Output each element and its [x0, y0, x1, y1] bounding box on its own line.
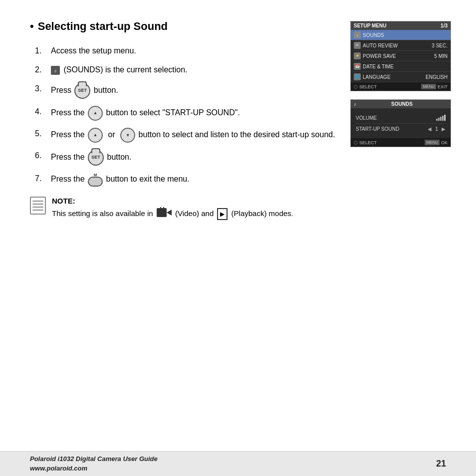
volume-row: VOLUME — [356, 112, 446, 124]
vbar-2 — [438, 118, 440, 121]
footer-exit-text: EXIT — [438, 84, 448, 89]
power-save-value: 5 MIN — [434, 53, 448, 59]
step-2-num: 2. — [35, 64, 51, 76]
playback-icon: ▶ — [217, 208, 228, 220]
menu-item-sounds: ♪ SOUNDS — [351, 30, 451, 40]
footer-brand-section: Polaroid i1032 Digital Camera User Guide… — [30, 455, 158, 473]
footer-page-num: 21 — [436, 459, 446, 469]
date-time-label: DATE & TIME — [363, 64, 446, 69]
sounds-panel-header-icon: ♪ — [354, 101, 356, 107]
vbar-5 — [444, 115, 446, 121]
set-button-icon-step6: SET — [88, 150, 104, 166]
setup-menu-header: SETUP MENU 1/3 — [351, 21, 451, 30]
vbar-1 — [436, 119, 438, 121]
sounds-content: VOLUME START-UP SOUND ◀ 1 ▶ — [351, 108, 451, 138]
menu-item-date-time: 📅 DATE & TIME — [351, 61, 451, 72]
footer-brand: Polaroid i1032 Digital Camera User Guide — [30, 455, 158, 464]
video-mode-svg — [157, 207, 172, 218]
page-footer: Polaroid i1032 Digital Camera User Guide… — [0, 451, 476, 476]
auto-review-label: AUTO REVIEW — [363, 43, 430, 48]
step-7-text: Press the button to exit the menu. — [51, 173, 446, 187]
sounds-footer-select-label: SELECT — [359, 140, 377, 145]
sounds-menu-icon: ♪ — [354, 31, 361, 38]
language-value: ENGLISH — [426, 74, 448, 80]
step-5-or: or — [108, 130, 115, 139]
note-text: NOTE: This setting is also available in … — [52, 196, 293, 221]
nav-up-icon-step4 — [88, 106, 103, 121]
startup-sound-row: START-UP SOUND ◀ 1 ▶ — [356, 124, 446, 134]
volume-label: VOLUME — [356, 115, 377, 121]
step-6: 6. Press the SET button. — [35, 150, 446, 166]
startup-value: 1 — [434, 126, 440, 132]
set-button-icon-step3: SET — [74, 83, 90, 99]
step-4-num: 4. — [35, 106, 51, 118]
step-6-num: 6. — [35, 150, 51, 162]
sounds-icon: ♪ — [51, 66, 60, 75]
select-arrow-icon: ⬡ — [354, 84, 358, 89]
setup-menu-footer: ⬡ SELECT MENU EXIT — [351, 82, 451, 91]
sounds-footer-ok: MENU OK — [425, 140, 448, 145]
menu-item-auto-review: ⟳ AUTO REVIEW 3 SEC. — [351, 40, 451, 51]
footer-exit: MENU EXIT — [421, 84, 448, 89]
auto-review-icon: ⟳ — [354, 42, 361, 49]
setup-menu-header-page: 1/3 — [441, 23, 448, 28]
footer-website: www.polaroid.com — [30, 464, 158, 473]
step-3-num: 3. — [35, 83, 51, 95]
startup-sound-controls: ◀ 1 ▶ — [428, 126, 446, 132]
step-1-num: 1. — [35, 45, 51, 57]
note-body: This setting is also available in (Video… — [52, 209, 293, 218]
panels-container: SETUP MENU 1/3 ♪ SOUNDS ⟳ AUTO REVIEW 3 … — [350, 21, 451, 147]
video-icon — [157, 207, 172, 222]
vbar-4 — [442, 116, 444, 121]
vbar-3 — [440, 117, 442, 121]
power-save-icon: ⚡ — [354, 52, 361, 59]
sounds-footer-ok-label: OK — [441, 140, 448, 145]
step-7: 7. Press the button to exit the menu. — [35, 173, 446, 187]
menu-item-language: 🌐 LANGUAGE ENGLISH — [351, 72, 451, 82]
date-time-icon: 📅 — [354, 63, 361, 70]
footer-exit-label: MENU — [421, 84, 436, 89]
auto-review-value: 3 SEC. — [432, 43, 448, 48]
sounds-panel-footer: ⬡ SELECT MENU OK — [351, 138, 451, 147]
note-label: NOTE: — [52, 197, 75, 205]
step-6-text: Press the SET button. — [51, 150, 446, 166]
language-label: LANGUAGE — [363, 74, 424, 80]
power-save-label: POWER SAVE — [363, 53, 432, 59]
step-5-num: 5. — [35, 128, 51, 140]
m-button-icon-step7 — [88, 177, 103, 187]
volume-bars — [436, 115, 446, 121]
sounds-select-arrow-icon: ⬡ — [354, 140, 358, 145]
bullet: • — [30, 20, 34, 33]
setup-menu-header-label: SETUP MENU — [354, 23, 386, 28]
nav-left-icon-step5 — [88, 128, 103, 143]
menu-item-power-save: ⚡ POWER SAVE 5 MIN — [351, 51, 451, 61]
sounds-label: SOUNDS — [363, 32, 446, 38]
sounds-panel-header-label: SOUNDS — [391, 101, 413, 107]
note-icon — [30, 197, 46, 215]
footer-select-label: SELECT — [359, 84, 377, 89]
setup-menu-panel: SETUP MENU 1/3 ♪ SOUNDS ⟳ AUTO REVIEW 3 … — [350, 21, 451, 91]
svg-marker-3 — [167, 210, 172, 216]
nav-right-icon-step5 — [120, 128, 135, 143]
note-section: NOTE: This setting is also available in … — [30, 196, 446, 221]
sounds-footer-ok-menu: MENU — [425, 140, 440, 145]
svg-text:♪: ♪ — [54, 68, 57, 73]
startup-left-arrow: ◀ — [428, 126, 432, 132]
sounds-footer-select: ⬡ SELECT — [354, 140, 377, 145]
language-icon: 🌐 — [354, 73, 361, 80]
title-text: Selecting start-up Sound — [38, 20, 168, 33]
svg-rect-2 — [157, 208, 167, 217]
footer-select: ⬡ SELECT — [354, 84, 377, 89]
sounds-panel-header: ♪ SOUNDS — [351, 100, 451, 108]
step-7-num: 7. — [35, 173, 51, 185]
startup-right-arrow: ▶ — [442, 126, 446, 132]
startup-sound-label: START-UP SOUND — [356, 126, 399, 132]
sounds-submenu-panel: ♪ SOUNDS VOLUME START-UP SOUND ◀ 1 — [350, 99, 451, 147]
